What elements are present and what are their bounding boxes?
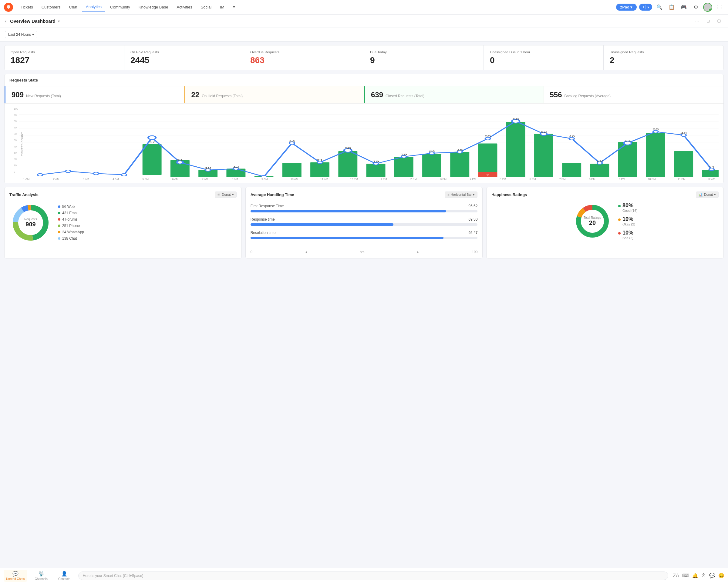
legend-dot-forums — [58, 218, 60, 221]
svg-rect-30 — [534, 134, 553, 177]
stat-card-unassigned-due: Unassigned Due in 1 hour 0 — [484, 46, 604, 70]
logo[interactable] — [4, 2, 14, 12]
stat-label-unassigned-due: Unassigned Due in 1 hour — [490, 50, 597, 54]
hleg-good: 80% Good (16) — [618, 202, 638, 213]
stat-value-duetoday: 9 — [370, 56, 477, 65]
more-options-btn[interactable]: ··· — [693, 17, 701, 25]
svg-text:12: 12 — [233, 165, 239, 168]
nav-tickets[interactable]: Tickets — [17, 3, 37, 11]
stat-label-unassigned: Unassigned Requests — [610, 50, 718, 54]
topnav-right-actions: zPad ▾ + ▾ 🔍 📋 🎮 ⚙ ⋮⋮ — [616, 2, 724, 12]
htime-bar-response — [251, 223, 394, 226]
legend-dot-web — [58, 205, 60, 208]
handling-type-btn[interactable]: ≡ Horizontal Bar ▾ — [445, 192, 477, 198]
htime-first-response: First Response Time 95:52 — [251, 204, 478, 213]
req-stat-backlog-label: Backlog Requests (Average) — [565, 94, 611, 98]
hleg-dot-bad — [618, 232, 621, 234]
stat-label-open: Open Requests — [10, 50, 118, 54]
nav-customers[interactable]: Customers — [38, 3, 64, 11]
nav-social[interactable]: Social — [197, 3, 215, 11]
nav-more[interactable]: ≡ — [229, 3, 239, 11]
title-dropdown-icon[interactable]: ▾ — [58, 19, 60, 23]
svg-text:29: 29 — [401, 153, 407, 156]
nav-analytics[interactable]: Analytics — [82, 3, 105, 11]
info-btn[interactable]: ⓘ — [714, 17, 723, 25]
svg-point-38 — [66, 170, 71, 172]
svg-rect-23 — [366, 164, 386, 177]
handling-time-panel: Average Handling Time ≡ Horizontal Bar ▾… — [245, 187, 483, 258]
filter-bar: Last 24 Hours ▾ — [0, 28, 728, 41]
subheader: ‹ Overview Dashboard ▾ ··· ⊡ ⓘ — [0, 15, 728, 28]
legend-whatsapp: 24 WhatsApp — [58, 230, 84, 234]
nav-im[interactable]: IM — [216, 3, 228, 11]
subheader-actions: ··· ⊡ ⓘ — [693, 17, 723, 25]
stat-value-unassigned: 2 — [610, 56, 718, 65]
svg-text:46: 46 — [568, 135, 575, 138]
games-btn[interactable]: 🎮 — [679, 2, 688, 12]
svg-text:21: 21 — [317, 159, 323, 162]
stat-label-onhold: On Hold Requests — [130, 50, 238, 54]
svg-text:80: 80 — [513, 117, 519, 120]
user-avatar[interactable] — [703, 3, 712, 12]
stat-card-overdue: Overdue Requests 863 — [244, 46, 364, 70]
nav-activities[interactable]: Activities — [173, 3, 196, 11]
apps-btn[interactable]: ⋮⋮ — [714, 2, 724, 12]
hleg-dot-good — [618, 205, 621, 207]
nav-chat[interactable]: Chat — [66, 3, 81, 11]
requests-stats-section: Requests Stats 909 New Requests (Total) … — [4, 74, 724, 183]
stat-card-onhold: On Hold Requests 2445 — [124, 46, 244, 70]
chart-area: TICKETS COUNT 100 90 80 70 60 50 40 30 2… — [4, 104, 724, 183]
nav-knowledge-base[interactable]: Knowledge Base — [135, 3, 172, 11]
htime-resolution: Resolution time 95:47 — [251, 230, 478, 239]
svg-text:47: 47 — [149, 140, 155, 143]
donut-content: Requests 909 56 Web 431 Email 4 Forums — [9, 201, 237, 244]
y-axis-ticks: 100 90 80 70 60 50 40 30 20 10 0 — [14, 107, 18, 173]
happiness-type-btn[interactable]: 📊 Donut ▾ — [696, 192, 719, 198]
new-action-btn[interactable]: + ▾ — [639, 4, 652, 10]
req-stat-backlog-num: 556 — [550, 91, 562, 99]
happiness-ratings-panel: Happiness Ratings 📊 Donut ▾ To — [486, 187, 724, 258]
svg-point-45 — [261, 175, 267, 177]
back-btn[interactable]: ‹ — [5, 19, 6, 24]
traffic-type-btn[interactable]: ◎ Donut ▾ — [215, 192, 236, 198]
svg-text:65: 65 — [652, 128, 659, 131]
traffic-analysis-panel: Traffic Analysis ◎ Donut ▾ — [4, 187, 242, 258]
req-stat-new-num: 909 — [11, 91, 24, 99]
legend-web: 56 Web — [58, 204, 84, 209]
req-stat-backlog: 556 Backlog Requests (Average) — [544, 86, 724, 103]
stat-card-duetoday: Due Today 9 — [364, 46, 484, 70]
time-filter-btn[interactable]: Last 24 Hours ▾ — [5, 31, 37, 38]
legend-dot-whatsapp — [58, 231, 60, 233]
handling-rows: First Response Time 95:52 Response time … — [251, 201, 478, 246]
legend-chat: 138 Chat — [58, 237, 84, 241]
legend-email: 431 Email — [58, 211, 84, 215]
settings-btn[interactable]: ⚙ — [691, 2, 701, 12]
svg-point-39 — [94, 172, 99, 174]
bottom-panels: Traffic Analysis ◎ Donut ▾ — [4, 187, 724, 258]
htime-bar-resolution — [251, 237, 443, 239]
req-stat-onhold-num: 22 — [191, 91, 200, 99]
svg-text:44: 44 — [289, 139, 295, 142]
expand-btn[interactable]: ⊡ — [704, 17, 712, 25]
nav-community[interactable]: Community — [106, 3, 134, 11]
workspace-selector[interactable]: zPad ▾ — [616, 4, 637, 10]
chart-canvas: 47 21 10 12 44 21 38 19 29 34 36 55 80 6… — [19, 107, 719, 177]
top-navigation: Tickets Customers Chat Analytics Communi… — [0, 0, 728, 15]
req-stat-onhold-label: On Hold Requests (Total) — [202, 94, 243, 98]
stat-label-overdue: Overdue Requests — [250, 50, 358, 54]
hleg-okay: 10% Okay (2) — [618, 216, 638, 226]
svg-text:40: 40 — [680, 131, 687, 134]
notifications-btn[interactable]: 📋 — [667, 2, 676, 12]
search-btn[interactable]: 🔍 — [655, 2, 664, 12]
svg-rect-36 — [702, 170, 719, 177]
happiness-center-text: Total Ratings 20 — [583, 216, 601, 226]
stat-label-duetoday: Due Today — [370, 50, 477, 54]
svg-text:20: 20 — [596, 159, 603, 162]
svg-rect-34 — [646, 133, 665, 177]
stat-value-overdue: 863 — [250, 56, 358, 65]
htime-axis: 0 ◂ hrs ▸ 100 — [251, 250, 478, 254]
stat-value-open: 1827 — [10, 56, 118, 65]
hleg-bad: 10% Bad (2) — [618, 230, 638, 240]
svg-text:62: 62 — [541, 130, 547, 133]
svg-text:55: 55 — [485, 135, 491, 138]
